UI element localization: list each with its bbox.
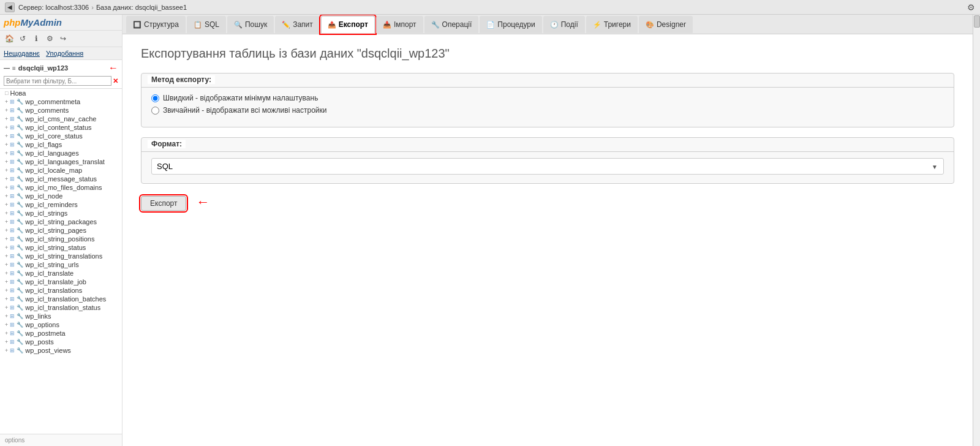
table-list-item[interactable]: + ⊞ 🔧 wp_icl_content_status	[0, 123, 122, 132]
table-icon: ⊞	[10, 313, 15, 319]
radio-fast-label[interactable]: Швидкий - відображати мінімум налаштуван…	[163, 94, 318, 102]
table-list-item[interactable]: + ⊞ 🔧 wp_icl_strings	[0, 209, 122, 217]
wrench-icon: 🔧	[17, 227, 23, 233]
tab-designer[interactable]: 🎨Designer	[639, 16, 693, 33]
table-list-item[interactable]: □ Нова	[0, 89, 122, 97]
filter-clear[interactable]: ✕	[113, 77, 118, 85]
tab-label: Події	[561, 20, 578, 29]
table-icon: ⊞	[10, 339, 15, 345]
filter-row: ✕	[4, 76, 118, 86]
wrench-icon: 🔧	[17, 150, 23, 156]
right-scrollbar[interactable]	[973, 15, 980, 446]
db-name[interactable]: dsqclqii_wp123	[18, 64, 106, 72]
table-list-item[interactable]: + ⊞ 🔧 wp_posts	[0, 338, 122, 346]
expand-table-icon: +	[5, 330, 8, 336]
format-select[interactable]: SQLCSVExcelJSONXMLPDF	[151, 158, 944, 175]
format-select-wrapper: SQLCSVExcelJSONXMLPDF	[151, 158, 944, 175]
scrollbar-thumb[interactable]	[974, 15, 980, 28]
tab-search[interactable]: 🔍Пошук	[227, 16, 274, 33]
table-name: wp_icl_string_pages	[25, 227, 86, 234]
export-method-legend: Метод експорту:	[148, 75, 215, 84]
nav-favorites[interactable]: Уподобання	[46, 50, 83, 57]
table-name: wp_icl_languages	[25, 149, 78, 157]
radio-custom-label[interactable]: Звичайний - відображати всі можливі наст…	[163, 106, 327, 115]
table-list: □ Нова + ⊞ 🔧 wp_commentmeta + ⊞ 🔧 wp_com…	[0, 89, 122, 434]
table-list-item[interactable]: + ⊞ 🔧 wp_icl_reminders	[0, 200, 122, 209]
table-list-item[interactable]: + ⊞ 🔧 wp_options	[0, 320, 122, 329]
tab-query[interactable]: ✏️Запит	[275, 16, 320, 33]
tab-export[interactable]: 📤Експорт	[321, 16, 375, 33]
table-list-item[interactable]: + ⊞ 🔧 wp_icl_flags	[0, 140, 122, 149]
info-icon[interactable]: ℹ	[31, 33, 42, 44]
tab-events[interactable]: 🕐Події	[543, 16, 585, 33]
logout-icon[interactable]: ↪	[58, 33, 69, 44]
table-list-item[interactable]: + ⊞ 🔧 wp_icl_string_status	[0, 243, 122, 252]
expand-table-icon: +	[5, 347, 8, 353]
config-icon[interactable]: ⚙	[44, 33, 55, 44]
table-list-item[interactable]: + ⊞ 🔧 wp_icl_translate_job	[0, 278, 122, 286]
expand-table-icon: +	[5, 322, 8, 328]
table-list-item[interactable]: + ⊞ 🔧 wp_icl_string_urls	[0, 260, 122, 269]
wrench-icon: 🔧	[17, 159, 23, 165]
expand-table-icon: +	[5, 279, 8, 285]
table-list-item[interactable]: + ⊞ 🔧 wp_icl_languages_translat	[0, 157, 122, 166]
expand-table-icon: +	[5, 133, 8, 139]
tab-sql[interactable]: 📋SQL	[187, 16, 226, 33]
home-icon[interactable]: 🏠	[4, 33, 15, 44]
wrench-icon: 🔧	[17, 330, 23, 336]
table-icon: ⊞	[10, 236, 15, 242]
wrench-icon: 🔧	[17, 107, 23, 113]
sidebar-icon-row: 🏠 ↺ ℹ ⚙ ↪	[0, 31, 122, 47]
page-content: Експортування таблиць із бази даних "dsq…	[123, 34, 973, 446]
collapse-btn[interactable]: —	[4, 65, 10, 72]
table-list-item[interactable]: + ⊞ 🔧 wp_icl_string_translations	[0, 252, 122, 260]
export-button[interactable]: Експорт	[141, 196, 186, 211]
table-list-item[interactable]: + ⊞ 🔧 wp_icl_locale_map	[0, 166, 122, 175]
table-list-item[interactable]: + ⊞ 🔧 wp_icl_string_pages	[0, 226, 122, 235]
filter-input[interactable]	[4, 76, 111, 86]
table-list-item[interactable]: + ⊞ 🔧 wp_icl_string_packages	[0, 217, 122, 226]
table-list-item[interactable]: + ⊞ 🔧 wp_icl_node	[0, 192, 122, 200]
table-list-item[interactable]: + ⊞ 🔧 wp_icl_mo_files_domains	[0, 183, 122, 192]
tab-icon: ✏️	[282, 21, 290, 29]
tab-operations[interactable]: 🔧Операції	[424, 16, 479, 33]
tab-triggers[interactable]: ⚡Тригери	[586, 16, 638, 33]
settings-icon[interactable]: ⚙	[967, 2, 975, 12]
table-list-item[interactable]: + ⊞ 🔧 wp_post_views	[0, 346, 122, 355]
wrench-icon: 🔧	[17, 116, 23, 122]
table-list-item[interactable]: + ⊞ 🔧 wp_icl_translation_batches	[0, 295, 122, 303]
table-list-item[interactable]: + ⊞ 🔧 wp_commentmeta	[0, 97, 122, 106]
expand-table-icon: +	[5, 99, 8, 105]
reload-icon[interactable]: ↺	[17, 33, 28, 44]
back-button[interactable]: ◀	[5, 2, 15, 12]
wrench-icon: 🔧	[17, 176, 23, 182]
wrench-icon: 🔧	[17, 184, 23, 191]
radio-fast[interactable]	[151, 94, 159, 102]
table-list-item[interactable]: + ⊞ 🔧 wp_icl_core_status	[0, 132, 122, 140]
table-list-item[interactable]: + ⊞ 🔧 wp_postmeta	[0, 329, 122, 338]
table-list-item[interactable]: + ⊞ 🔧 wp_icl_cms_nav_cache	[0, 115, 122, 123]
wrench-icon: 🔧	[17, 322, 23, 328]
radio-custom[interactable]	[151, 107, 159, 115]
table-list-item[interactable]: + ⊞ 🔧 wp_icl_message_status	[0, 175, 122, 183]
table-list-item[interactable]: + ⊞ 🔧 wp_icl_translation_status	[0, 303, 122, 312]
browser-bar: ◀ Сервер: localhost:3306 › База даних: d…	[0, 0, 980, 15]
table-list-item[interactable]: + ⊞ 🔧 wp_icl_string_positions	[0, 235, 122, 243]
table-name: wp_icl_translations	[25, 287, 82, 294]
table-list-item[interactable]: + ⊞ 🔧 wp_icl_translations	[0, 286, 122, 295]
table-icon: ⊞	[10, 176, 15, 182]
table-list-item[interactable]: + ⊞ 🔧 wp_icl_languages	[0, 149, 122, 157]
tab-import[interactable]: 📥Імпорт	[376, 16, 423, 33]
tab-icon: 📋	[194, 21, 202, 29]
expand-btn[interactable]: ≡	[12, 65, 16, 72]
table-icon: ⊞	[10, 304, 15, 311]
expand-table-icon: +	[5, 107, 8, 113]
table-icon: ⊞	[10, 330, 15, 336]
tab-procedures[interactable]: 📄Процедури	[480, 16, 541, 33]
tab-structure[interactable]: 🔲Структура	[126, 16, 186, 33]
table-icon: ⊞	[10, 184, 15, 191]
table-list-item[interactable]: + ⊞ 🔧 wp_comments	[0, 106, 122, 115]
table-list-item[interactable]: + ⊞ 🔧 wp_links	[0, 312, 122, 320]
table-list-item[interactable]: + ⊞ 🔧 wp_icl_translate	[0, 269, 122, 278]
nav-recent[interactable]: Нещодавнє	[4, 50, 40, 57]
